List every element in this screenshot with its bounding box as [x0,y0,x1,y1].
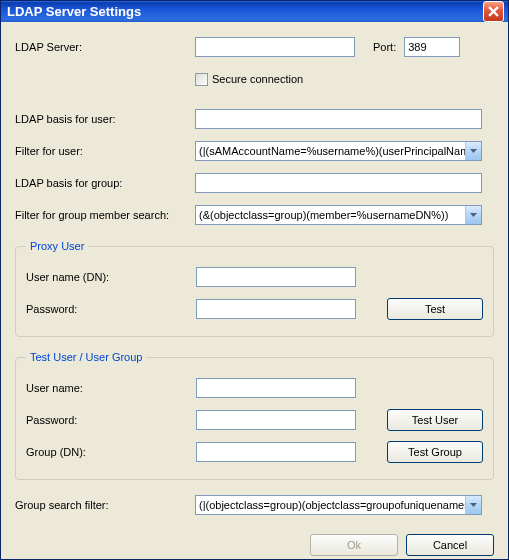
port-label: Port: [373,41,396,53]
filter-member-combo[interactable]: (&(objectclass=group)(member=%usernameDN… [195,205,482,225]
cancel-button[interactable]: Cancel [406,534,494,556]
test-button[interactable]: Test [387,298,483,320]
basis-group-label: LDAP basis for group: [15,177,195,189]
row-basis-user: LDAP basis for user: [15,108,494,130]
ldap-server-label: LDAP Server: [15,41,195,53]
group-search-dropdown-button[interactable] [465,496,481,514]
dialog-footer: Ok Cancel [15,526,494,556]
ok-button[interactable]: Ok [310,534,398,556]
test-username-input[interactable] [196,378,356,398]
test-user-button[interactable]: Test User [387,409,483,431]
close-button[interactable] [483,1,504,22]
content-area: LDAP Server: Port: Secure connection LDA… [1,22,508,560]
proxy-user-group: Proxy User User name (DN): Password: Tes… [15,240,494,337]
row-filter-user: Filter for user: (|(sAMAccountName=%user… [15,140,494,162]
chevron-down-icon [470,149,477,153]
test-username-label: User name: [26,382,196,394]
dialog-window: LDAP Server Settings LDAP Server: Port: … [0,0,509,560]
row-test-username: User name: [26,377,483,399]
proxy-user-input[interactable] [196,267,356,287]
filter-user-value: (|(sAMAccountName=%username%)(userPrinci… [196,145,465,157]
chevron-down-icon [470,503,477,507]
row-test-group: Group (DN): Test Group [26,441,483,463]
ldap-server-input[interactable] [195,37,355,57]
proxy-pass-input[interactable] [196,299,356,319]
filter-member-dropdown-button[interactable] [465,206,481,224]
row-group-search: Group search filter: (|(objectclass=grou… [15,494,494,516]
window-title: LDAP Server Settings [7,4,483,19]
titlebar[interactable]: LDAP Server Settings [1,1,508,22]
test-user-group: Test User / User Group User name: Passwo… [15,351,494,480]
basis-user-label: LDAP basis for user: [15,113,195,125]
filter-member-label: Filter for group member search: [15,209,195,221]
row-proxy-pass: Password: Test [26,298,483,320]
row-proxy-user: User name (DN): [26,266,483,288]
row-test-pass: Password: Test User [26,409,483,431]
chevron-down-icon [470,213,477,217]
row-ldap-server: LDAP Server: Port: [15,36,494,58]
filter-member-value: (&(objectclass=group)(member=%usernameDN… [196,209,465,221]
group-search-combo[interactable]: (|(objectclass=group)(objectclass=groupo… [195,495,482,515]
row-filter-member: Filter for group member search: (&(objec… [15,204,494,226]
checkbox-icon [195,73,208,86]
row-basis-group: LDAP basis for group: [15,172,494,194]
proxy-user-label: User name (DN): [26,271,196,283]
test-user-legend: Test User / User Group [26,351,146,363]
secure-connection-label: Secure connection [212,73,303,85]
test-group-label: Group (DN): [26,446,196,458]
close-icon [488,6,499,17]
basis-group-input[interactable] [195,173,482,193]
group-search-label: Group search filter: [15,499,195,511]
test-pass-input[interactable] [196,410,356,430]
basis-user-input[interactable] [195,109,482,129]
secure-connection-checkbox[interactable]: Secure connection [195,73,303,86]
filter-user-dropdown-button[interactable] [465,142,481,160]
filter-user-combo[interactable]: (|(sAMAccountName=%username%)(userPrinci… [195,141,482,161]
row-secure: Secure connection [15,68,494,90]
proxy-user-legend: Proxy User [26,240,88,252]
test-group-input[interactable] [196,442,356,462]
port-input[interactable] [404,37,460,57]
test-group-button[interactable]: Test Group [387,441,483,463]
test-pass-label: Password: [26,414,196,426]
filter-user-label: Filter for user: [15,145,195,157]
proxy-pass-label: Password: [26,303,196,315]
group-search-value: (|(objectclass=group)(objectclass=groupo… [196,499,465,511]
